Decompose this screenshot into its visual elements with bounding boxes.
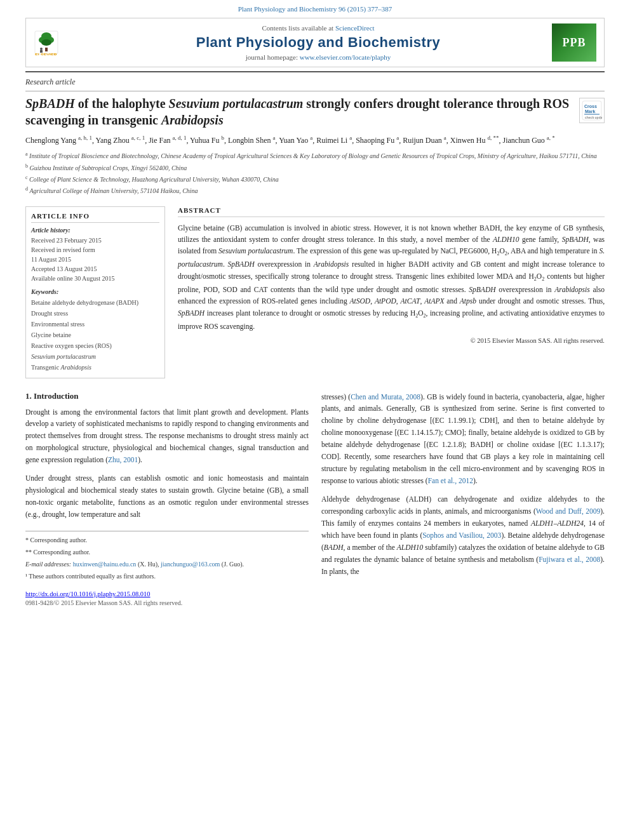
email2-link[interactable]: jianchunguo@163.com [161, 561, 220, 568]
footnotes-block: * Corresponding author. ** Corresponding… [25, 531, 309, 582]
top-divider [25, 71, 605, 72]
title-area: SpBADH of the halophyte Sesuvium portula… [25, 95, 605, 133]
svg-text:Mark: Mark [585, 109, 595, 114]
authors-line: Chenglong Yang a, h, 1, Yang Zhou a, c, … [25, 133, 605, 147]
keywords-heading: Keywords: [31, 288, 159, 295]
intro-right-col: stresses) (Chen and Murata, 2008). GB is… [321, 391, 605, 607]
sciencedirect-link[interactable]: ScienceDirect [335, 24, 375, 32]
intro-left-col: 1. Introduction Drought is among the env… [25, 391, 309, 607]
right-paragraph1: stresses) (Chen and Murata, 2008). GB is… [321, 391, 605, 488]
homepage-line: journal homepage: www.elsevier.com/locat… [84, 53, 552, 61]
title-divider [25, 91, 605, 91]
svg-text:Cross: Cross [584, 104, 597, 109]
affiliation-b: b Guizhou Institute of Subtropical Crops… [25, 163, 605, 173]
abstract-col: ABSTRACT Glycine betaine (GB) accumulati… [178, 206, 605, 378]
affiliations-block: a Institute of Tropical Bioscience and B… [25, 150, 605, 196]
history-heading: Article history: [31, 227, 159, 234]
elsevier-logo: ELSEVIER [34, 27, 84, 58]
crossmark-badge: Cross Mark check updates [579, 98, 605, 123]
svg-point-6 [40, 48, 43, 50]
doi-link[interactable]: http://dx.doi.org/10.1016/j.plaphy.2015.… [25, 590, 151, 597]
main-content: Research article SpBADH of the halophyte… [0, 71, 630, 606]
intro-paragraph2: Under drought stress, plants can establi… [25, 472, 309, 521]
svg-text:check updates: check updates [585, 116, 602, 119]
journal-citation: Plant Physiology and Biochemistry 96 (20… [0, 0, 630, 15]
footnote1: ¹ These authors contributed equally as f… [25, 571, 309, 582]
introduction-section: 1. Introduction Drought is among the env… [25, 391, 605, 607]
research-article-label: Research article [25, 77, 605, 87]
svg-point-4 [41, 39, 51, 46]
article-info-col: ARTICLE INFO Article history: Received 2… [25, 206, 165, 378]
section-title: 1. Introduction [25, 391, 309, 401]
chen-murata-link[interactable]: Chen and Murata, 2008 [351, 393, 420, 401]
contents-available: Contents lists available at ScienceDirec… [84, 24, 552, 32]
ppb-logo: PPB [552, 23, 596, 62]
svg-text:ELSEVIER: ELSEVIER [35, 53, 57, 55]
issn-line: 0981-9428/© 2015 Elsevier Masson SAS. Al… [25, 599, 309, 606]
email-line: E-mail addresses: huxinwen@hainu.edu.cn … [25, 559, 309, 570]
doi-line: http://dx.doi.org/10.1016/j.plaphy.2015.… [25, 590, 309, 597]
fujiwara-link[interactable]: Fujiwara et al., 2008 [539, 556, 600, 563]
journal-title-area: Contents lists available at ScienceDirec… [84, 24, 552, 61]
article-title: SpBADH of the halophyte Sesuvium portula… [25, 95, 573, 128]
journal-main-title: Plant Physiology and Biochemistry [84, 34, 552, 51]
affiliation-d: d Agricultural College of Hainan Univers… [25, 185, 605, 196]
affiliation-a: a Institute of Tropical Bioscience and B… [25, 150, 605, 161]
journal-header-box: ELSEVIER Contents lists available at Sci… [25, 18, 605, 67]
keywords-list: Betaine aldehyde dehydrogenase (BADH) Dr… [31, 297, 159, 373]
svg-rect-5 [45, 48, 48, 51]
wood-duff-link[interactable]: Wood and Duff, 2009 [536, 507, 601, 515]
right-paragraph2: Aldehyde dehydrogenase (ALDH) can dehydr… [321, 493, 605, 578]
copyright-text: © 2015 Elsevier Masson SAS. All rights r… [178, 337, 605, 344]
sophos-link[interactable]: Sophos and Vasiliou, 2003 [422, 531, 501, 539]
corresponding2: ** Corresponding author. [25, 547, 309, 557]
zhu2001-link[interactable]: Zhu, 2001 [108, 456, 138, 463]
email1-link[interactable]: huxinwen@hainu.edu.cn [73, 561, 137, 568]
keywords-section: Keywords: Betaine aldehyde dehydrogenase… [31, 288, 159, 373]
homepage-link[interactable]: www.elsevier.com/locate/plaphy [300, 53, 391, 61]
abstract-heading: ABSTRACT [178, 206, 605, 217]
intro-paragraph1: Drought is among the environmental facto… [25, 406, 309, 467]
article-info-heading: ARTICLE INFO [31, 212, 159, 223]
abstract-text: Glycine betaine (GB) accumulation is inv… [178, 222, 605, 333]
fan2012-link[interactable]: Fan et al., 2012 [428, 477, 473, 484]
article-history: Article history: Received 23 February 20… [31, 227, 159, 283]
corresponding1: * Corresponding author. [25, 535, 309, 545]
info-abstract-row: ARTICLE INFO Article history: Received 2… [25, 206, 605, 378]
affiliation-c: c College of Plant Science & Technology,… [25, 174, 605, 184]
